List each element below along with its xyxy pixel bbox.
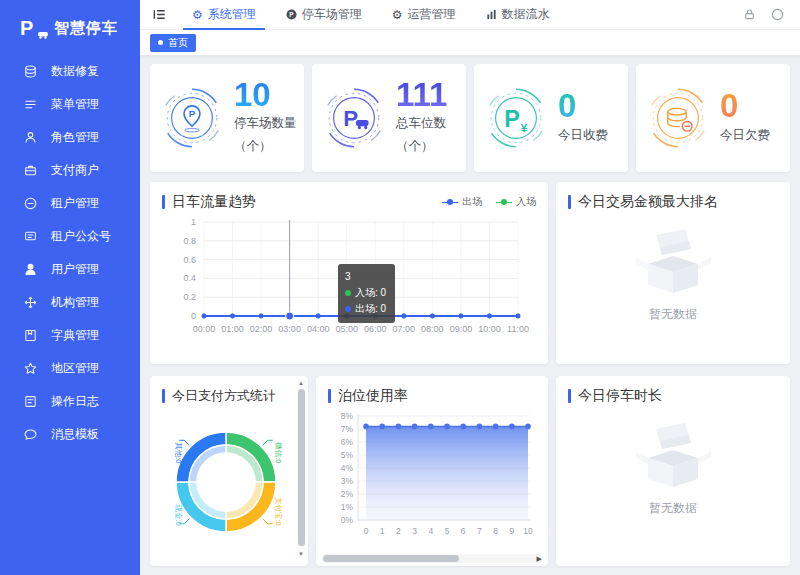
briefcase-icon [23, 163, 38, 178]
svg-text:10: 10 [523, 526, 533, 536]
legend-item-enter[interactable]: 入场 [496, 195, 536, 209]
coins-ring-icon [644, 84, 712, 152]
svg-text:P: P [343, 106, 358, 131]
svg-text:0%: 0% [341, 515, 354, 525]
sidebar-item-label: 操作日志 [51, 393, 99, 410]
tag-bar: 首页 [140, 30, 800, 56]
sidebar-item-org-mgmt[interactable]: 机构管理 [0, 286, 140, 319]
tab-label: 数据流水 [502, 6, 550, 23]
lock-icon[interactable] [743, 8, 756, 21]
sidebar-item-label: 用户管理 [51, 261, 99, 278]
sidebar-item-label: 租户管理 [51, 195, 99, 212]
sidebar-item-label: 角色管理 [51, 129, 99, 146]
tag-label: 首页 [168, 36, 188, 50]
panel-title-row: 日车流量趋势 出场 入场 [162, 192, 536, 212]
stat-label: 总车位数（个） [396, 112, 462, 158]
app-logo: P 智慧停车 [0, 0, 140, 55]
tab-operation-mgmt[interactable]: ⚙ 运营管理 [377, 0, 471, 30]
legend-item-exit[interactable]: 出场 [442, 195, 482, 209]
official-account-icon [23, 229, 38, 244]
svg-text:09:00: 09:00 [450, 324, 473, 334]
svg-text:03:00: 03:00 [278, 324, 301, 334]
tab-data-flow[interactable]: 数据流水 [471, 0, 565, 30]
area-chart-canvas[interactable]: 8%7%6%5%4%3%2%1%0%012345678910 [328, 408, 536, 550]
sidebar-item-pay-merchant[interactable]: 支付商户 [0, 154, 140, 187]
svg-text:¥: ¥ [521, 121, 528, 134]
sidebar-menu: 数据修复 菜单管理 角色管理 支付商户 租户管理 租户公众号 用户管理 机构管 [0, 55, 140, 451]
parking-pin-ring-icon: P [158, 84, 226, 152]
tag-dot-icon [158, 40, 163, 45]
avatar-icon[interactable] [771, 8, 784, 21]
panel-daily-traffic-trend: 日车流量趋势 出场 入场 10.80.60.40.2000:0001:0002:… [150, 182, 548, 364]
empty-box-icon [628, 418, 718, 490]
sidebar-item-tenant-official-account[interactable]: 租户公众号 [0, 220, 140, 253]
parking-car-ring-icon: P [320, 84, 388, 152]
svg-text:2: 2 [396, 526, 401, 536]
scroll-down-icon[interactable]: ▼ [298, 551, 304, 557]
panel-title: 今日支付方式统计 [172, 387, 276, 405]
sidebar-item-data-repair[interactable]: 数据修复 [0, 55, 140, 88]
stats-row: P 10 停车场数量（个） [150, 64, 790, 172]
panel-title: 今日交易金额最大排名 [578, 193, 718, 211]
scroll-up-icon[interactable]: ▲ [298, 380, 304, 386]
svg-text:0.4: 0.4 [183, 273, 196, 283]
legend-label: 出场 [462, 195, 482, 209]
sidebar-item-label: 支付商户 [51, 162, 99, 179]
sidebar-item-role-mgmt[interactable]: 角色管理 [0, 121, 140, 154]
sidebar-item-label: 机构管理 [51, 294, 99, 311]
title-accent-bar [162, 389, 165, 403]
scrollbar-thumb[interactable] [298, 389, 305, 546]
title-accent-bar [568, 389, 571, 403]
tab-system-mgmt[interactable]: ⚙ 系统管理 [177, 0, 271, 30]
tab-label: 运营管理 [408, 6, 456, 23]
tag-home[interactable]: 首页 [150, 34, 196, 52]
line-chart-canvas[interactable]: 10.80.60.40.2000:0001:0002:0003:0004:000… [162, 216, 534, 340]
empty-state: 暂无数据 [556, 418, 790, 517]
horizontal-scrollbar[interactable]: ▶ [322, 554, 542, 563]
svg-text:10:00: 10:00 [478, 324, 501, 334]
row-charts: 日车流量趋势 出场 入场 10.80.60.40.2000:0001:0002:… [150, 182, 790, 364]
sidebar-item-dictionary-mgmt[interactable]: 字典管理 [0, 319, 140, 352]
sidebar-item-operation-log[interactable]: 操作日志 [0, 385, 140, 418]
tab-label: 停车场管理 [302, 6, 362, 23]
svg-text:0: 0 [191, 311, 196, 321]
scrollbar-thumb[interactable] [323, 555, 459, 562]
stat-card-today-arrears: 0 今日欠费 [636, 64, 790, 172]
panel-title-row: 今日支付方式统计 [162, 386, 296, 406]
svg-text:02:00: 02:00 [250, 324, 273, 334]
title-accent-bar [328, 389, 331, 403]
tenant-icon [23, 196, 38, 211]
panel-title-row: 今日交易金额最大排名 [568, 192, 778, 212]
svg-text:0.8: 0.8 [183, 236, 196, 246]
svg-text:06:00: 06:00 [364, 324, 387, 334]
vertical-scrollbar[interactable]: ▲ ▼ [297, 379, 306, 558]
svg-text:1: 1 [191, 217, 196, 227]
sidebar-item-region-mgmt[interactable]: 地区管理 [0, 352, 140, 385]
legend-marker [496, 198, 512, 206]
svg-text:其他:0: 其他:0 [174, 442, 183, 463]
sidebar-item-label: 租户公众号 [51, 228, 111, 245]
sidebar-item-label: 字典管理 [51, 327, 99, 344]
svg-text:P: P [504, 106, 520, 132]
chart-legend: 出场 入场 [442, 195, 536, 209]
scroll-right-icon[interactable]: ▶ [537, 555, 542, 563]
database-icon [23, 64, 38, 79]
title-accent-bar [568, 195, 571, 209]
sidebar-collapse-icon[interactable] [140, 7, 177, 22]
sidebar-item-message-template[interactable]: 消息模板 [0, 418, 140, 451]
stat-value: 0 [720, 89, 770, 124]
panel-berth-usage-rate: 泊位使用率 8%7%6%5%4%3%2%1%0%012345678910 ▶ [316, 376, 548, 566]
top-navbar: ⚙ 系统管理 P 停车场管理 ⚙ 运营管理 数据流水 [140, 0, 800, 30]
sidebar-item-menu-mgmt[interactable]: 菜单管理 [0, 88, 140, 121]
svg-text:07:00: 07:00 [393, 324, 416, 334]
tab-parking-lot-mgmt[interactable]: P 停车场管理 [271, 0, 377, 30]
sidebar-item-label: 地区管理 [51, 360, 99, 377]
stat-value: 111 [396, 78, 462, 113]
svg-text:3%: 3% [341, 476, 354, 486]
svg-text:2%: 2% [341, 489, 354, 499]
donut-chart-canvas[interactable]: 微信:0支付宝:0现金:0其他:0 [162, 406, 296, 552]
panel-today-top-transactions: 今日交易金额最大排名 暂无数据 [556, 182, 790, 364]
sidebar-item-user-mgmt[interactable]: 用户管理 [0, 253, 140, 286]
sidebar-item-tenant-mgmt[interactable]: 租户管理 [0, 187, 140, 220]
svg-text:7%: 7% [341, 424, 354, 434]
